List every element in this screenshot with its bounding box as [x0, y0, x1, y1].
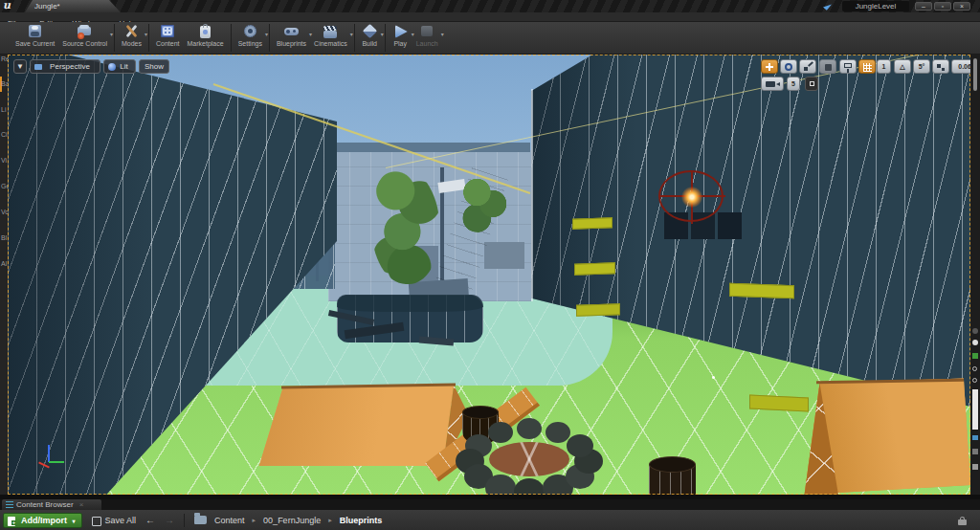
right-wall-edge — [531, 89, 533, 301]
level-viewport[interactable]: ▼ Perspective Lit Show — [8, 55, 970, 495]
place-actors-tab[interactable]: Bl — [1, 234, 8, 241]
save-all-button[interactable]: Save All — [92, 516, 137, 525]
content-browser-tab-row: Content Browser × — [0, 499, 980, 510]
place-actors-tab[interactable]: Vi — [1, 157, 8, 164]
source-control-icon — [77, 24, 93, 39]
perspective-button[interactable]: Perspective — [30, 59, 100, 74]
tent-left-actor[interactable] — [253, 329, 469, 469]
scrollbar[interactable] — [973, 58, 977, 91]
rotate-icon — [785, 63, 792, 71]
scale-snap-button[interactable] — [932, 59, 949, 74]
scale-snap-value-button[interactable]: 0.0625 — [951, 59, 970, 74]
place-actors-collapsed-panel: Re Ba Li Ci Vi Ge Vo Bl Al — [0, 55, 8, 495]
close-button[interactable]: × — [953, 2, 970, 11]
marketplace-button[interactable]: Marketplace — [184, 22, 228, 54]
stump-actor[interactable] — [462, 406, 499, 444]
settings-button[interactable]: Settings ▾ — [234, 22, 266, 54]
lit-mode-button[interactable]: Lit — [103, 59, 136, 74]
build-button[interactable]: Build ▾ — [358, 22, 382, 54]
place-actors-tab[interactable]: Ba — [1, 80, 8, 87]
place-actors-tab[interactable]: Vo — [1, 209, 8, 215]
play-button[interactable]: Play ▾ — [389, 22, 412, 54]
toolbar-separator — [231, 24, 232, 52]
level-tab[interactable]: Jungle* — [25, 0, 121, 12]
rotation-snap-button[interactable]: △ — [894, 59, 911, 74]
content-browser-tab[interactable]: Content Browser × — [2, 499, 101, 510]
sphere-icon[interactable] — [972, 340, 978, 345]
cinematics-button[interactable]: Cinematics ▾ — [310, 22, 351, 54]
stone-ring-actor[interactable] — [517, 418, 542, 439]
modes-button[interactable]: Modes ▾ — [118, 22, 145, 54]
breadcrumb-separator: ▸ — [328, 517, 332, 524]
breadcrumb-current[interactable]: Blueprints — [340, 516, 383, 525]
place-actors-tab[interactable]: Li — [1, 106, 8, 113]
place-actors-tab[interactable]: Ge — [1, 183, 8, 189]
toolbar-separator — [148, 24, 149, 52]
save-current-button[interactable]: Save Current — [11, 22, 58, 54]
breadcrumb-content[interactable]: Content — [214, 516, 245, 525]
add-import-button[interactable]: + Add/Import ▾ — [3, 513, 82, 528]
coordinate-system-button[interactable] — [819, 59, 836, 74]
unreal-logo-icon: u — [3, 0, 20, 12]
modes-tools-icon — [123, 24, 140, 39]
yellow-marker-actor[interactable] — [572, 217, 612, 229]
cube-icon — [362, 24, 378, 39]
main-toolbar: Save Current Source Control ▾ Modes ▾ Co… — [0, 22, 980, 55]
caret-icon[interactable]: ▾ — [145, 31, 147, 37]
toolbar-separator — [385, 24, 386, 52]
stump-actor[interactable] — [649, 456, 696, 495]
camera-speed-button[interactable] — [761, 77, 784, 91]
show-menu-button[interactable]: Show — [139, 59, 169, 74]
gear-icon — [242, 24, 258, 39]
panel-icon — [972, 464, 978, 470]
blueprints-button[interactable]: Blueprints ▾ — [273, 22, 310, 54]
translate-tool-button[interactable] — [761, 59, 778, 74]
toolbar-separator — [114, 24, 115, 52]
yellow-marker-actor[interactable] — [576, 303, 620, 317]
rotation-snap-value-button[interactable]: 5° — [913, 59, 930, 74]
yellow-marker-actor[interactable] — [729, 283, 794, 298]
content-button[interactable]: Content — [152, 22, 184, 54]
minimize-button[interactable]: – — [915, 2, 932, 11]
place-actors-tab[interactable]: Ci — [1, 131, 8, 138]
axis-gizmo — [31, 445, 69, 477]
grid-size-button[interactable]: 1 — [877, 59, 891, 74]
caret-icon[interactable]: ▾ — [350, 31, 353, 37]
place-actors-tab[interactable]: Re — [1, 55, 8, 62]
restore-button[interactable]: ▫ — [934, 2, 951, 11]
yellow-marker-actor[interactable] — [749, 394, 809, 411]
back-arrow[interactable]: ← — [145, 515, 155, 525]
place-actors-tab[interactable]: Al — [1, 260, 8, 267]
yellow-marker-actor[interactable] — [574, 262, 615, 276]
lock-icon[interactable] — [958, 517, 967, 524]
surface-snap-button[interactable] — [839, 59, 857, 74]
caret-icon[interactable]: ▾ — [110, 31, 113, 37]
caret-icon: ▾ — [73, 519, 76, 524]
dirt-patch-actor[interactable] — [489, 442, 569, 476]
point-light-gizmo[interactable] — [658, 170, 725, 224]
rotate-tool-button[interactable] — [780, 59, 797, 74]
gear-icon[interactable] — [972, 328, 978, 334]
source-control-button[interactable]: Source Control ▾ — [58, 22, 111, 54]
magnifier-icon[interactable] — [972, 378, 977, 383]
vertex-dot — [712, 376, 715, 379]
viewport-options-button[interactable]: ▼ — [13, 59, 27, 74]
grid-snap-button[interactable] — [858, 59, 876, 74]
stump-top — [649, 456, 696, 473]
scale-tool-button[interactable] — [799, 59, 816, 74]
toolbar-separator — [269, 24, 270, 52]
panel-icon — [972, 449, 978, 454]
add-icon[interactable] — [972, 353, 978, 359]
caret-icon[interactable]: ▾ — [265, 31, 268, 37]
magnifier-icon[interactable] — [972, 366, 977, 371]
maximize-viewport-button[interactable] — [805, 77, 818, 91]
tent-right-actor[interactable] — [801, 376, 970, 495]
close-tab-icon[interactable]: × — [79, 500, 84, 509]
caret-icon[interactable]: ▾ — [381, 31, 384, 37]
camera-speed-value-button[interactable]: 5 — [787, 77, 800, 91]
toolbar-separator — [354, 24, 355, 52]
breadcrumb-folder[interactable]: 00_FernJungle — [263, 516, 321, 525]
panel-scrollbar[interactable] — [972, 389, 978, 430]
distant-block — [484, 242, 524, 269]
play-icon — [392, 24, 409, 39]
